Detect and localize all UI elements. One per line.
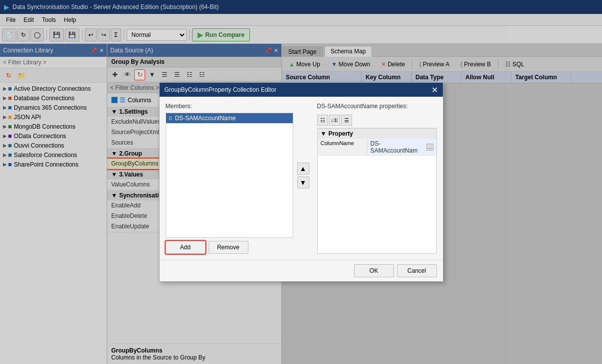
add-remove-btns: Add Remove: [166, 241, 311, 254]
member-down-btn[interactable]: ▼: [297, 177, 309, 188]
modal-title-bar: GroupByColumnProperty Collection Editor …: [160, 83, 443, 97]
modal-properties-section: DS-SAMAccountName properties: ☷ ↓① ☰ ▼ P…: [317, 103, 437, 254]
members-arrows: ▲ ▼: [295, 113, 311, 238]
members-list[interactable]: 0 DS-SAMAccountName: [166, 113, 293, 238]
props-section-property: ▼ Property: [318, 129, 436, 139]
member-index-0: 0: [169, 115, 172, 121]
props-grid-btn[interactable]: ☷: [317, 115, 328, 126]
modal-overlay: GroupByColumnProperty Collection Editor …: [0, 0, 602, 364]
member-item-0[interactable]: 0 DS-SAMAccountName: [166, 113, 293, 123]
props-az-btn[interactable]: ↓①: [329, 115, 340, 126]
props-cat-btn[interactable]: ☰: [341, 115, 352, 126]
expand-prop-btn[interactable]: …: [426, 144, 433, 151]
ok-btn[interactable]: OK: [354, 264, 394, 277]
modal-close-btn[interactable]: ✕: [431, 85, 438, 95]
props-toolbar: ☷ ↓① ☰: [317, 113, 437, 128]
props-section-label: Property: [328, 130, 353, 137]
modal-body: Members: 0 DS-SAMAccountName ▲ ▼ Add: [160, 97, 443, 260]
props-table: ▼ Property ColumnName DS-SAMAccountNam …: [317, 128, 437, 254]
properties-label: DS-SAMAccountName properties:: [317, 103, 437, 110]
member-up-btn[interactable]: ▲: [297, 163, 309, 175]
remove-btn[interactable]: Remove: [208, 241, 248, 254]
add-btn[interactable]: Add: [166, 241, 205, 254]
member-name-0: DS-SAMAccountName: [175, 115, 236, 122]
expand-property: ▼: [321, 130, 327, 137]
members-label: Members:: [166, 103, 311, 110]
cancel-btn[interactable]: Cancel: [397, 264, 437, 277]
modal-footer-btns: OK Cancel: [354, 264, 437, 277]
props-prop-columnname: ColumnName DS-SAMAccountNam …: [318, 139, 436, 156]
modal-footer: OK Cancel: [160, 260, 443, 281]
prop-key-columnname: ColumnName: [318, 139, 368, 156]
collection-editor-dialog: GroupByColumnProperty Collection Editor …: [159, 82, 443, 282]
prop-val-columnname[interactable]: DS-SAMAccountNam …: [368, 139, 436, 156]
modal-title: GroupByColumnProperty Collection Editor: [165, 86, 277, 93]
prop-columnname-text: DS-SAMAccountNam: [371, 140, 426, 154]
modal-members-section: Members: 0 DS-SAMAccountName ▲ ▼ Add: [166, 103, 311, 254]
